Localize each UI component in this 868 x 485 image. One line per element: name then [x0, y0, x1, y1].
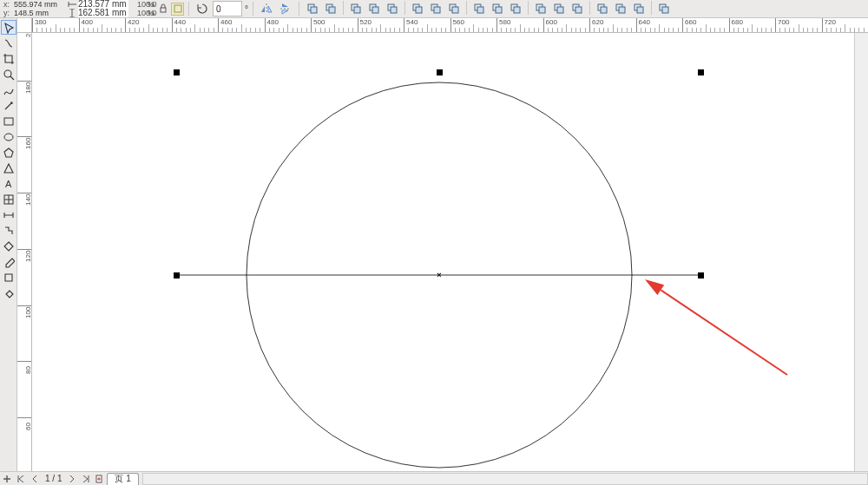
arrange-button-group: [304, 1, 673, 16]
outline-tool[interactable]: [1, 270, 16, 285]
ruler-tick: 80: [17, 361, 32, 362]
ruler-tick: 380: [32, 18, 46, 33]
svg-rect-0: [161, 8, 166, 12]
smart-drawing-tool[interactable]: [1, 98, 16, 113]
ruler-tick: 580: [496, 18, 510, 33]
table-tool[interactable]: [1, 192, 16, 206]
align-center-h-icon[interactable]: [365, 1, 383, 16]
toolbox: A: [0, 18, 17, 471]
combine-icon[interactable]: [470, 1, 488, 16]
freehand-tool[interactable]: [1, 82, 16, 97]
selection-handle[interactable]: [698, 69, 704, 75]
back-minus-front-icon[interactable]: [630, 1, 648, 16]
align-top-icon[interactable]: [409, 1, 426, 16]
group-icon[interactable]: [489, 1, 506, 16]
svg-rect-19: [477, 7, 483, 13]
next-page-icon[interactable]: [65, 473, 79, 485]
add-page-icon[interactable]: [0, 473, 14, 485]
polygon-tool[interactable]: [1, 145, 16, 160]
trim-icon[interactable]: [550, 1, 568, 16]
align-right-icon[interactable]: [384, 1, 401, 16]
svg-rect-15: [434, 7, 440, 13]
svg-rect-5: [329, 7, 335, 13]
height-icon: [68, 9, 76, 17]
ellipse-tool[interactable]: [1, 129, 16, 144]
height-value[interactable]: 162.581 mm: [78, 9, 128, 17]
ruler-tick: 120: [17, 249, 32, 250]
horizontal-ruler[interactable]: 3804004204404604805005205405605806006206…: [32, 18, 868, 33]
basic-shapes-tool[interactable]: [1, 161, 16, 175]
status-bar: 1 / 1 页 1: [0, 471, 868, 485]
svg-marker-43: [645, 279, 664, 295]
mirror-horizontal-icon[interactable]: [258, 1, 275, 16]
dimension-tool[interactable]: [1, 207, 16, 222]
drawing-canvas[interactable]: ×: [32, 33, 868, 471]
svg-rect-33: [619, 7, 625, 13]
svg-rect-29: [575, 7, 582, 13]
position-readout: x: 555.974 mm y: 148.5 mm: [2, 0, 64, 17]
order-to-front-icon[interactable]: [304, 1, 321, 16]
add-page-after-icon[interactable]: [93, 473, 107, 485]
width-icon: [68, 0, 76, 9]
text-tool[interactable]: A: [1, 176, 16, 191]
ungroup-icon[interactable]: [507, 1, 524, 16]
svg-rect-38: [4, 118, 13, 125]
ruler-tick: 400: [79, 18, 93, 33]
prev-page-icon[interactable]: [28, 473, 42, 485]
svg-rect-23: [514, 7, 520, 13]
align-bottom-icon[interactable]: [445, 1, 463, 16]
crop-tool[interactable]: [1, 51, 16, 66]
ruler-tick: 540: [404, 18, 418, 33]
boundary-icon[interactable]: [655, 1, 673, 16]
ruler-tick: 100: [17, 305, 32, 306]
interactive-fill-tool[interactable]: [1, 239, 16, 253]
last-page-icon[interactable]: [79, 473, 93, 485]
rotation-input[interactable]: 0: [213, 1, 242, 16]
selection-handle[interactable]: [174, 272, 180, 279]
mirror-vertical-icon[interactable]: [277, 1, 294, 16]
selection-center-icon[interactable]: ×: [437, 271, 441, 279]
svg-text:A: A: [5, 179, 12, 189]
pick-tool[interactable]: [1, 20, 16, 35]
drawing-svg: [32, 33, 868, 471]
align-center-v-icon[interactable]: [427, 1, 444, 16]
ruler-tick: 160: [17, 136, 32, 137]
ruler-tick: 560: [450, 18, 464, 33]
rotate-icon[interactable]: [194, 1, 211, 16]
svg-rect-25: [539, 7, 545, 13]
selection-handle[interactable]: [437, 69, 443, 75]
svg-rect-27: [557, 7, 563, 13]
simplify-icon[interactable]: [594, 1, 611, 16]
vertical-ruler[interactable]: 2001801601401201008060: [17, 33, 32, 471]
svg-rect-7: [354, 7, 360, 13]
ruler-tick: 620: [589, 18, 603, 33]
shape-tool[interactable]: [1, 36, 16, 50]
svg-rect-37: [662, 7, 668, 13]
fill-tool[interactable]: [1, 285, 16, 300]
selection-handle[interactable]: [698, 272, 704, 279]
connector-tool[interactable]: [1, 223, 16, 238]
align-left-icon[interactable]: [347, 1, 365, 16]
weld-icon[interactable]: [532, 1, 549, 16]
canvas-area: 3804004204404604805005205405605806006206…: [17, 18, 868, 471]
lock-ratio-icon[interactable]: [156, 3, 169, 16]
zoom-tool[interactable]: [1, 67, 16, 82]
rectangle-tool[interactable]: [1, 114, 16, 128]
order-to-back-icon[interactable]: [322, 1, 339, 16]
page-tab[interactable]: 页 1: [107, 473, 138, 485]
eyedropper-tool[interactable]: [1, 254, 16, 269]
selection-handle[interactable]: [174, 69, 180, 75]
non-proportional-icon[interactable]: [171, 3, 184, 16]
horizontal-scrollbar[interactable]: [142, 473, 868, 485]
ruler-tick: 140: [17, 193, 32, 193]
front-minus-back-icon[interactable]: [612, 1, 629, 16]
first-page-icon[interactable]: [14, 473, 28, 485]
scale-y-value[interactable]: 100.0: [137, 9, 146, 17]
ruler-tick: 680: [729, 18, 743, 33]
scale-x-value[interactable]: 100.0: [137, 0, 146, 9]
vertical-scrollbar[interactable]: [854, 33, 868, 471]
ruler-origin[interactable]: [17, 18, 32, 33]
x-value: 555.974 mm: [14, 0, 57, 9]
y-value: 148.5 mm: [14, 9, 49, 17]
intersect-icon[interactable]: [569, 1, 586, 16]
